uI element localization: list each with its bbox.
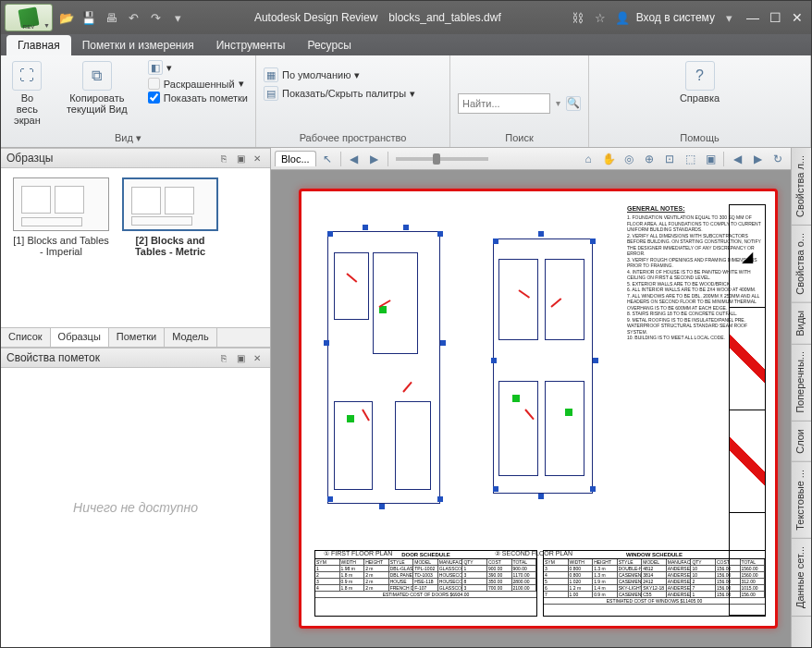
panel-close-icon[interactable]: ✕ [250, 350, 265, 365]
panel-close-icon[interactable]: ✕ [250, 151, 265, 165]
page-prev-icon[interactable]: ◀ [728, 150, 746, 168]
markup-properties-body: Ничего не доступно [1, 368, 270, 647]
rotate-icon[interactable]: ↻ [769, 150, 787, 168]
sched-row: 21.8 m2 mDBL PANELTD-1003HOUSECO3390.001… [315, 572, 536, 579]
copy-view-icon: ⧉ [82, 61, 112, 91]
drawing-canvas[interactable]: ① FIRST FLOOR PLAN [271, 170, 791, 647]
save-icon[interactable]: 💾 [80, 9, 97, 26]
palettes-button[interactable]: ▤Показать/Скрыть палитры ▾ [264, 85, 415, 102]
view-tab[interactable]: Bloc... [275, 151, 316, 166]
search-input[interactable] [458, 93, 550, 114]
rtab-grid-data[interactable]: Данные сет... [792, 539, 811, 617]
pan-icon[interactable]: ✋ [599, 150, 618, 168]
home-icon[interactable]: ⌂ [579, 150, 597, 168]
view-group-label: Вид ▾ [8, 130, 248, 145]
default-workspace-button[interactable]: ▦По умолчанию ▾ [264, 67, 415, 83]
rtab-object-props[interactable]: Свойства о... [792, 226, 811, 303]
chevron-down-icon[interactable]: ▾ [556, 98, 560, 108]
orbit-icon[interactable]: ◎ [620, 150, 638, 168]
title-text: Autodesk Design Review blocks_and_tables… [191, 11, 564, 24]
ribbon-tab-tools[interactable]: Инструменты [205, 35, 297, 55]
thumbnails-panel-header: Образцы ⎘ ▣ ✕ [1, 148, 270, 168]
thumbnails-title: Образцы [6, 152, 53, 165]
title-block: ◢ [729, 204, 766, 617]
colored-label: Раскрашенный [164, 79, 235, 90]
pointer-icon[interactable]: ↖ [318, 150, 337, 168]
app-menu-rev-label: REV [23, 24, 34, 30]
binoculars-icon[interactable]: 🔍 [566, 96, 581, 111]
panel-pin-icon[interactable]: ▣ [233, 151, 248, 165]
ltab-list[interactable]: Список [1, 328, 51, 347]
rtab-sections[interactable]: Поперечны... [792, 344, 811, 422]
panel-options-icon[interactable]: ⎘ [216, 350, 231, 365]
sched-header: SYMWIDTHHEIGHTSTYLEMODELMANUFACTURERQTYC… [315, 559, 536, 566]
view-toolbar: Bloc... ↖ ◀ ▶ ⌂ ✋ ◎ ⊕ ⊡ ⬚ ▣ ◀ ▶ ↻ [271, 148, 791, 170]
render-mode-button[interactable]: ◧▾ [148, 59, 248, 76]
ltab-thumbnails[interactable]: Образцы [51, 328, 109, 347]
redo-icon[interactable]: ↷ [147, 9, 164, 26]
window-controls: — ☐ ✕ [743, 7, 807, 28]
help-icon: ? [685, 61, 715, 91]
sched-row: 41.8 m2 mFRENCH DOORSF-107GLASSCO3700.00… [315, 585, 536, 592]
tb-scale [730, 513, 765, 616]
maximize-button[interactable]: ☐ [765, 7, 785, 28]
print-icon[interactable]: 🖶 [103, 9, 119, 26]
ribbon-tab-resources[interactable]: Ресурсы [296, 35, 362, 55]
minimize-button[interactable]: — [743, 7, 763, 28]
rtab-sheet-props[interactable]: Свойства л... [792, 148, 811, 226]
close-button[interactable]: ✕ [787, 7, 807, 28]
thumbnail-2-label: [2] Blocks and Tables - Metric [135, 235, 205, 257]
thumbnail-2[interactable]: [2] Blocks and Tables - Metric [119, 177, 221, 257]
chevron-down-icon[interactable]: ▾ [720, 9, 737, 26]
ribbon-tab-home[interactable]: Главная [6, 35, 71, 55]
next-icon[interactable]: ▶ [365, 150, 384, 168]
zoom-slider[interactable] [396, 157, 488, 161]
thumbnails-panel: Образцы ⎘ ▣ ✕ [1] Blocks and Tables - Im… [1, 148, 270, 348]
rtab-text[interactable]: Текстовые ... [792, 462, 811, 539]
drawing-sheet: ① FIRST FLOOR PLAN [299, 189, 778, 629]
ribbon-tabs: Главная Пометки и измерения Инструменты … [1, 34, 811, 55]
ltab-markups[interactable]: Пометки [109, 328, 165, 347]
markup-properties-title: Свойства пометок [6, 351, 100, 364]
search-group-label: Поиск [458, 130, 581, 145]
center-column: Bloc... ↖ ◀ ▶ ⌂ ✋ ◎ ⊕ ⊡ ⬚ ▣ ◀ ▶ ↻ [271, 148, 791, 647]
cube-icon: ◧ [148, 60, 163, 75]
qat-more-icon[interactable]: ▾ [169, 9, 186, 26]
fit-icon[interactable]: ▣ [701, 150, 720, 168]
navigator-icon[interactable]: ⛓ [570, 9, 586, 26]
undo-icon[interactable]: ↶ [125, 9, 141, 26]
colored-checkbox[interactable]: Раскрашенный▾ [148, 78, 248, 90]
titlebar: REV ▼ 📂 💾 🖶 ↶ ↷ ▾ Autodesk Design Review… [1, 1, 811, 34]
fullscreen-icon: ⛶ [12, 61, 42, 91]
sheet-tables: DOOR SCHEDULE SYMWIDTHHEIGHTSTYLEMODELMA… [314, 550, 766, 617]
thumbnail-1[interactable]: [1] Blocks and Tables - Imperial [10, 177, 112, 257]
chevron-down-icon: ▼ [43, 22, 50, 29]
file-name: blocks_and_tables.dwf [388, 11, 500, 24]
app-name: Autodesk Design Review [254, 11, 377, 24]
copy-view-button[interactable]: ⧉ Копировать текущий Вид [52, 59, 142, 116]
zoom-extents-icon[interactable]: ⬚ [681, 150, 699, 168]
view-options-stack: ◧▾ Раскрашенный▾ Показать пометки [148, 59, 248, 104]
help-button[interactable]: ? Справка [676, 59, 723, 105]
fullscreen-button[interactable]: ⛶ Во весь экран [8, 59, 46, 128]
fullscreen-label: Во весь экран [12, 92, 43, 126]
open-icon[interactable]: 📂 [58, 9, 75, 26]
panel-pin-icon[interactable]: ▣ [233, 350, 248, 365]
help-label: Справка [680, 92, 720, 104]
rtab-layers[interactable]: Слои [792, 422, 811, 462]
tb-logo: ◢ [730, 205, 765, 308]
page-next-icon[interactable]: ▶ [748, 150, 767, 168]
prev-icon[interactable]: ◀ [345, 150, 363, 168]
zoom-window-icon[interactable]: ⊡ [660, 150, 679, 168]
signin-link[interactable]: Вход в систему [636, 11, 715, 24]
sched-row: 11.98 m2 mDBL-GLASSTPL-1002GLASSCO1900.0… [315, 566, 536, 572]
rtab-views[interactable]: Виды [792, 303, 811, 345]
ltab-model[interactable]: Модель [165, 328, 216, 347]
ribbon-tab-markup[interactable]: Пометки и измерения [71, 35, 205, 55]
app-menu-button[interactable]: REV ▼ [5, 4, 53, 31]
show-markups-checkbox[interactable]: Показать пометки [148, 92, 248, 104]
help-star-icon[interactable]: ☆ [592, 9, 609, 26]
zoom-in-icon[interactable]: ⊕ [640, 150, 658, 168]
ribbon-group-workspace: ▦По умолчанию ▾ ▤Показать/Скрыть палитры… [256, 55, 450, 147]
panel-options-icon[interactable]: ⎘ [216, 151, 231, 165]
